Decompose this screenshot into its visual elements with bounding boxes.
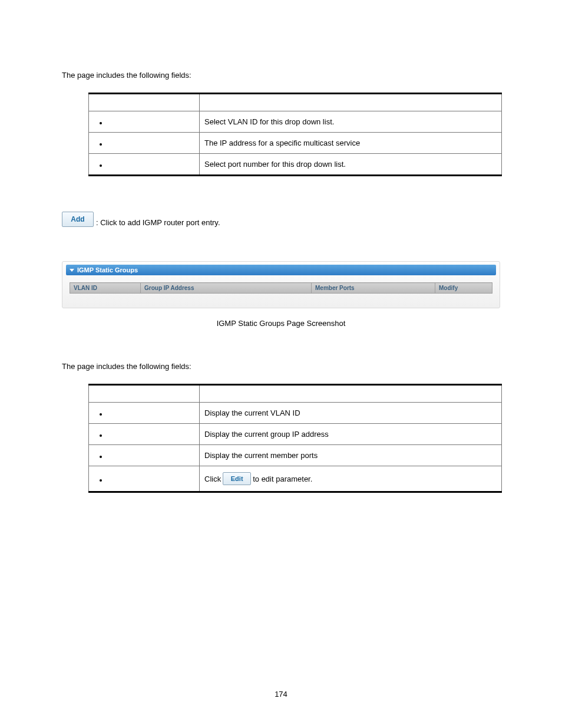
igmp-static-groups-panel: IGMP Static Groups VLAN ID Group IP Addr… bbox=[62, 261, 500, 308]
table1-row2-desc: The IP address for a specific multicast … bbox=[200, 133, 502, 154]
panel-title: IGMP Static Groups bbox=[77, 266, 138, 274]
table1-row3-desc: Select port number for this drop down li… bbox=[200, 154, 502, 176]
col-modify: Modify bbox=[435, 283, 492, 294]
add-button[interactable]: Add bbox=[62, 212, 94, 227]
table2-row1-bullet bbox=[89, 403, 200, 424]
add-button-caption: : Click to add IGMP router port entry. bbox=[96, 218, 220, 227]
col-member-ports: Member Ports bbox=[312, 283, 435, 294]
modify-pre-text: Click bbox=[204, 475, 221, 483]
table1-row2-bullet bbox=[89, 133, 200, 154]
table1-row3-bullet bbox=[89, 154, 200, 176]
col-group-ip: Group IP Address bbox=[141, 283, 312, 294]
table2-header-object bbox=[89, 385, 200, 403]
table2-row1-desc: Display the current VLAN ID bbox=[200, 403, 502, 424]
fields-table-1: Select VLAN ID for this drop down list. … bbox=[88, 93, 502, 176]
table2-header-desc bbox=[200, 385, 502, 403]
table1-row1-bullet bbox=[89, 111, 200, 133]
table2-row2-desc: Display the current group IP address bbox=[200, 424, 502, 445]
table1-header-desc bbox=[200, 94, 502, 111]
table2-row3-desc: Display the current member ports bbox=[200, 445, 502, 466]
table2-row4-bullet bbox=[89, 466, 200, 492]
col-vlan-id: VLAN ID bbox=[70, 283, 141, 294]
panel-grid: VLAN ID Group IP Address Member Ports Mo… bbox=[70, 282, 492, 294]
add-button-row: Add : Click to add IGMP router port entr… bbox=[62, 212, 500, 227]
fields-table-2: Display the current VLAN ID Display the … bbox=[88, 384, 502, 493]
table2-row4-desc: Click Edit to edit parameter. bbox=[200, 466, 502, 492]
intro-text-1: The page includes the following fields: bbox=[62, 71, 500, 80]
panel-header[interactable]: IGMP Static Groups bbox=[66, 265, 496, 275]
table1-header-object bbox=[89, 94, 200, 111]
page-number: 174 bbox=[0, 690, 562, 699]
chevron-down-icon bbox=[70, 269, 74, 272]
table2-row2-bullet bbox=[89, 424, 200, 445]
intro-text-2: The page includes the following fields: bbox=[62, 362, 500, 371]
figure-caption: IGMP Static Groups Page Screenshot bbox=[62, 319, 500, 328]
modify-post-text: to edit parameter. bbox=[253, 475, 312, 483]
table2-row3-bullet bbox=[89, 445, 200, 466]
table1-row1-desc: Select VLAN ID for this drop down list. bbox=[200, 111, 502, 133]
edit-button[interactable]: Edit bbox=[223, 472, 251, 485]
